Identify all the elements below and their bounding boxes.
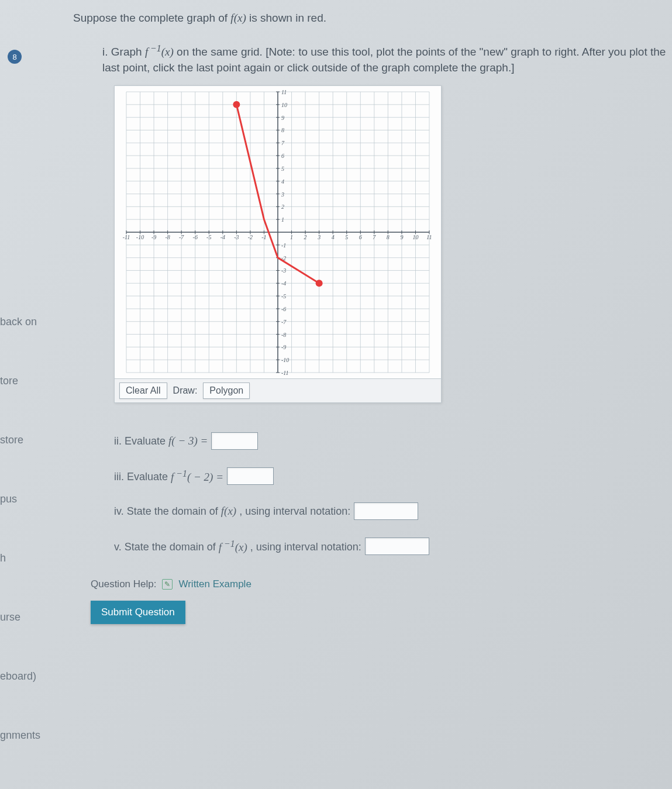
svg-text:8: 8 — [387, 234, 390, 240]
svg-text:-7: -7 — [179, 234, 184, 240]
sidebar-item[interactable]: pus — [0, 493, 41, 505]
svg-text:4: 4 — [332, 234, 335, 240]
svg-text:-1: -1 — [261, 234, 266, 240]
svg-text:6: 6 — [359, 234, 362, 240]
graph-toolbar: Clear All Draw: Polygon — [115, 378, 441, 402]
svg-text:-9: -9 — [281, 344, 286, 350]
question-number-badge: 8 — [8, 50, 22, 64]
polygon-tool-button[interactable]: Polygon — [203, 383, 250, 399]
sidebar-item[interactable]: back on — [0, 316, 41, 328]
svg-point-136 — [233, 101, 240, 108]
svg-text:-10: -10 — [281, 357, 289, 363]
svg-text:11: 11 — [426, 234, 432, 240]
svg-text:-3: -3 — [281, 267, 286, 274]
part-i-text: i. Graph f −1(x) on the same grid. [Note… — [102, 42, 666, 76]
svg-text:-8: -8 — [281, 331, 286, 337]
part-ii-input[interactable] — [211, 432, 258, 450]
sidebar-item[interactable]: h — [0, 552, 41, 564]
svg-text:2: 2 — [281, 204, 284, 210]
svg-text:7: 7 — [373, 234, 376, 240]
svg-text:-7: -7 — [281, 318, 287, 325]
svg-text:5: 5 — [281, 165, 284, 171]
svg-text:-11: -11 — [281, 370, 289, 376]
part-v: v. State the domain of f −1(x) , using i… — [114, 538, 666, 555]
svg-text:6: 6 — [281, 153, 284, 159]
svg-text:-11: -11 — [123, 234, 130, 240]
svg-point-137 — [316, 280, 323, 287]
sidebar-item[interactable]: store — [0, 434, 41, 446]
part-v-input[interactable] — [365, 538, 429, 555]
svg-text:-10: -10 — [136, 234, 144, 240]
sub-parts: ii. Evaluate f( − 3) = iii. Evaluate f −… — [114, 432, 666, 555]
svg-text:-3: -3 — [234, 234, 239, 240]
svg-text:-8: -8 — [165, 234, 170, 240]
svg-text:-4: -4 — [220, 234, 225, 240]
part-iv-input[interactable] — [354, 502, 418, 520]
graph-canvas[interactable]: -11-10-9-8-7-6-5-4-3-2-11234567891011-11… — [115, 86, 441, 378]
written-example-link[interactable]: Written Example — [178, 578, 251, 590]
svg-text:-9: -9 — [151, 234, 156, 240]
svg-text:-5: -5 — [281, 293, 286, 299]
svg-text:3: 3 — [317, 234, 321, 240]
svg-text:-2: -2 — [248, 234, 253, 240]
svg-text:-4: -4 — [281, 280, 286, 287]
sidebar-nav: back on tore store pus h urse eboard) gn… — [0, 316, 41, 742]
svg-text:2: 2 — [304, 234, 307, 240]
svg-text:7: 7 — [281, 140, 285, 146]
svg-text:9: 9 — [400, 234, 403, 240]
svg-text:1: 1 — [290, 234, 293, 240]
svg-text:5: 5 — [345, 234, 348, 240]
draw-label: Draw: — [171, 385, 200, 396]
sidebar-item[interactable]: tore — [0, 375, 41, 387]
question-intro: Suppose the complete graph of f(x) is sh… — [73, 12, 666, 25]
svg-text:4: 4 — [281, 178, 284, 184]
svg-text:8: 8 — [281, 127, 284, 133]
svg-text:11: 11 — [281, 89, 287, 95]
question-help: Question Help: ✎ Written Example — [91, 578, 666, 590]
part-iii: iii. Evaluate f −1( − 2) = — [114, 467, 666, 485]
sidebar-item[interactable]: gnments — [0, 729, 41, 742]
submit-question-button[interactable]: Submit Question — [91, 601, 185, 624]
sidebar-item[interactable]: eboard) — [0, 670, 41, 683]
svg-text:1: 1 — [281, 216, 284, 223]
sidebar-item[interactable]: urse — [0, 611, 41, 623]
part-iv: iv. State the domain of f(x) , using int… — [114, 502, 666, 520]
question-help-label: Question Help: — [91, 578, 156, 590]
svg-text:-6: -6 — [193, 234, 198, 240]
svg-text:-6: -6 — [281, 305, 286, 312]
svg-text:-5: -5 — [206, 234, 211, 240]
svg-text:10: 10 — [281, 101, 287, 108]
svg-text:10: 10 — [412, 234, 418, 240]
clear-all-button[interactable]: Clear All — [119, 383, 167, 399]
svg-text:-1: -1 — [281, 242, 286, 248]
part-iii-input[interactable] — [227, 467, 274, 485]
document-icon: ✎ — [162, 579, 173, 590]
svg-text:9: 9 — [281, 114, 284, 120]
part-ii: ii. Evaluate f( − 3) = — [114, 432, 666, 450]
graph-widget: -11-10-9-8-7-6-5-4-3-2-11234567891011-11… — [114, 85, 442, 403]
question-main: 8 Suppose the complete graph of f(x) is … — [50, 0, 672, 630]
svg-text:3: 3 — [281, 191, 284, 197]
